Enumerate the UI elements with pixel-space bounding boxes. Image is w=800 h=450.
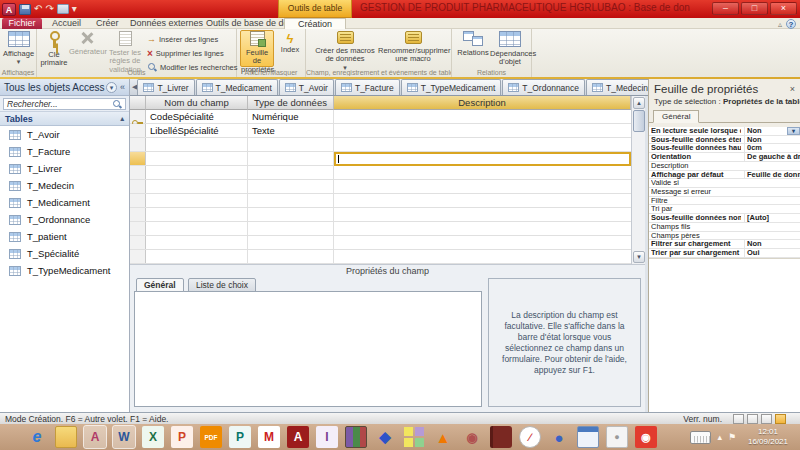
nav-item-t-livrer[interactable]: T_Livrer bbox=[0, 160, 129, 177]
property-row[interactable]: Tri par bbox=[649, 205, 800, 214]
access-logo-icon[interactable]: A bbox=[2, 3, 16, 16]
renommer-macro-button[interactable]: Renommer/supprimer une macro bbox=[378, 31, 448, 64]
row-selector[interactable] bbox=[130, 222, 146, 235]
nav-pane-header[interactable]: Tous les objets Access ▾ « bbox=[0, 79, 129, 96]
grid-row-codespecialite[interactable]: CodeSpécialité Numérique bbox=[130, 110, 631, 124]
pdf-creator-icon[interactable]: PDF bbox=[200, 426, 222, 448]
row-selector[interactable] bbox=[130, 194, 146, 207]
tab-general[interactable]: Général bbox=[136, 278, 184, 292]
grid-row-empty[interactable] bbox=[130, 222, 631, 236]
feuille-proprietes-button[interactable]: Feuille de propriétés bbox=[240, 30, 274, 67]
minimize-button[interactable]: – bbox=[712, 2, 739, 15]
field-name-cell[interactable]: CodeSpécialité bbox=[146, 110, 248, 123]
nav-menu-icon[interactable]: ▾ bbox=[106, 82, 117, 93]
pivottable-view-icon[interactable] bbox=[747, 414, 758, 424]
cle-primaire-button[interactable]: Clé primaire bbox=[40, 31, 68, 68]
property-row[interactable]: Sous-feuille données étenduNon bbox=[649, 136, 800, 145]
qat-customize-icon[interactable]: ▾ bbox=[72, 2, 77, 16]
index-button[interactable]: Index bbox=[277, 31, 303, 55]
property-row[interactable]: Affichage par défautFeuille de données bbox=[649, 171, 800, 180]
nav-item-t-specialite[interactable]: T_Spécialité bbox=[0, 245, 129, 262]
print-preview-icon[interactable] bbox=[57, 4, 69, 14]
column-header-description[interactable]: Description bbox=[334, 96, 631, 110]
sticky-notes-icon[interactable] bbox=[403, 426, 425, 448]
pivotchart-view-icon[interactable] bbox=[761, 414, 772, 424]
scrollbar-thumb[interactable] bbox=[633, 110, 645, 132]
dropdown-icon[interactable]: ▾ bbox=[787, 127, 800, 135]
nero-icon[interactable]: ◆ bbox=[374, 426, 396, 448]
folder-icon[interactable] bbox=[55, 426, 77, 448]
property-row[interactable]: Trier par sur chargementOui bbox=[649, 249, 800, 258]
grid-row-empty[interactable] bbox=[130, 236, 631, 250]
design-view-icon[interactable] bbox=[775, 414, 786, 424]
property-row[interactable]: Sous-feuille données hauteu0cm bbox=[649, 144, 800, 153]
taskbar-clock[interactable]: 12:01 16/09/2021 bbox=[742, 427, 794, 447]
action-center-flag-icon[interactable]: ⚑ bbox=[728, 432, 736, 442]
tab-liste-de-choix[interactable]: Liste de choix bbox=[188, 278, 256, 292]
adobe-reader-icon[interactable]: A bbox=[287, 426, 309, 448]
tab-general-props[interactable]: Général bbox=[653, 110, 699, 123]
media-app-icon[interactable]: M bbox=[258, 426, 280, 448]
collapse-group-icon[interactable]: ▴ bbox=[120, 115, 124, 123]
nav-item-t-typemedicament[interactable]: T_TypeMedicament bbox=[0, 262, 129, 279]
row-selector[interactable] bbox=[130, 250, 146, 263]
doc-tab-t-typemedicament[interactable]: T_TypeMedicament bbox=[401, 79, 502, 95]
field-description-cell[interactable] bbox=[334, 124, 631, 137]
vlc-icon[interactable]: ▲ bbox=[432, 426, 454, 448]
property-row[interactable]: En lecture seule lorsque décoNon▾ bbox=[649, 127, 800, 136]
internet-explorer-icon[interactable]: e bbox=[26, 426, 48, 448]
dictionary-icon[interactable] bbox=[490, 426, 512, 448]
globe-app-icon[interactable]: ● bbox=[548, 426, 570, 448]
creer-macros-button[interactable]: Créer des macros de données bbox=[314, 31, 376, 72]
keyboard-tray-icon[interactable] bbox=[690, 431, 711, 444]
grid-row-empty[interactable] bbox=[130, 194, 631, 208]
calculator-icon[interactable] bbox=[577, 426, 599, 448]
tab-fichier[interactable]: Fichier bbox=[2, 18, 42, 29]
word-taskbar-icon[interactable]: W bbox=[113, 426, 135, 448]
close-button[interactable]: × bbox=[770, 2, 797, 15]
doc-tab-t-livrer[interactable]: T_Livrer bbox=[137, 79, 194, 95]
infopath-icon[interactable]: I bbox=[316, 426, 338, 448]
powerpoint-icon[interactable]: P bbox=[171, 426, 193, 448]
field-type-cell[interactable]: Texte bbox=[248, 124, 334, 137]
current-row-selector[interactable] bbox=[130, 152, 146, 165]
doc-tab-t-medecin[interactable]: T_Medecin bbox=[586, 79, 654, 95]
tab-donnees-externes[interactable]: Données externes bbox=[124, 18, 209, 29]
scroll-up-icon[interactable]: ▲ bbox=[633, 97, 645, 109]
search-icon[interactable] bbox=[112, 99, 122, 109]
property-row[interactable]: Valide si bbox=[649, 179, 800, 188]
row-selector[interactable] bbox=[130, 236, 146, 249]
scroll-down-icon[interactable]: ▼ bbox=[633, 251, 645, 263]
column-header-type[interactable]: Type de données bbox=[248, 96, 334, 110]
field-description-cell[interactable] bbox=[334, 110, 631, 123]
close-property-sheet-icon[interactable]: × bbox=[790, 84, 795, 94]
property-row[interactable]: Message si erreur bbox=[649, 188, 800, 197]
grid-row-empty[interactable] bbox=[130, 250, 631, 264]
property-row[interactable]: Filtre bbox=[649, 197, 800, 206]
nav-item-t-medecin[interactable]: T_Medecin bbox=[0, 177, 129, 194]
publisher-icon[interactable]: P bbox=[229, 426, 251, 448]
dependances-button[interactable]: Dépendances d'objet bbox=[490, 31, 530, 67]
recorder-icon[interactable]: ◉ bbox=[461, 426, 483, 448]
tab-creation[interactable]: Création bbox=[284, 18, 346, 29]
property-row[interactable]: Sous-feuille données nom[Auto] bbox=[649, 214, 800, 223]
property-row[interactable]: Description bbox=[649, 162, 800, 171]
nav-item-t-avoir[interactable]: T_Avoir bbox=[0, 126, 129, 143]
excel-icon[interactable]: X bbox=[142, 426, 164, 448]
tester-regles-button[interactable]: Tester les règles de validation bbox=[105, 31, 145, 74]
inserer-lignes-button[interactable]: Insérer des lignes bbox=[147, 34, 218, 44]
field-type-cell[interactable]: Numérique bbox=[248, 110, 334, 123]
red-app-icon[interactable]: ◉ bbox=[635, 426, 657, 448]
supprimer-lignes-button[interactable]: Supprimer les lignes bbox=[147, 48, 224, 59]
nav-item-t-facture[interactable]: T_Facture bbox=[0, 143, 129, 160]
row-selector[interactable] bbox=[130, 180, 146, 193]
nav-item-t-ordonnance[interactable]: T_Ordonnance bbox=[0, 211, 129, 228]
grid-row-empty[interactable] bbox=[130, 166, 631, 180]
winrar-icon[interactable] bbox=[345, 426, 367, 448]
tab-creer[interactable]: Créer bbox=[90, 18, 125, 29]
property-row[interactable]: Champs fils bbox=[649, 223, 800, 232]
shutter-close-icon[interactable]: « bbox=[120, 82, 125, 92]
doc-tab-t-ordonnance[interactable]: T_Ordonnance bbox=[502, 79, 585, 95]
contextual-tab-header[interactable]: Outils de table bbox=[278, 0, 352, 18]
nav-item-t-medicament[interactable]: T_Medicament bbox=[0, 194, 129, 211]
